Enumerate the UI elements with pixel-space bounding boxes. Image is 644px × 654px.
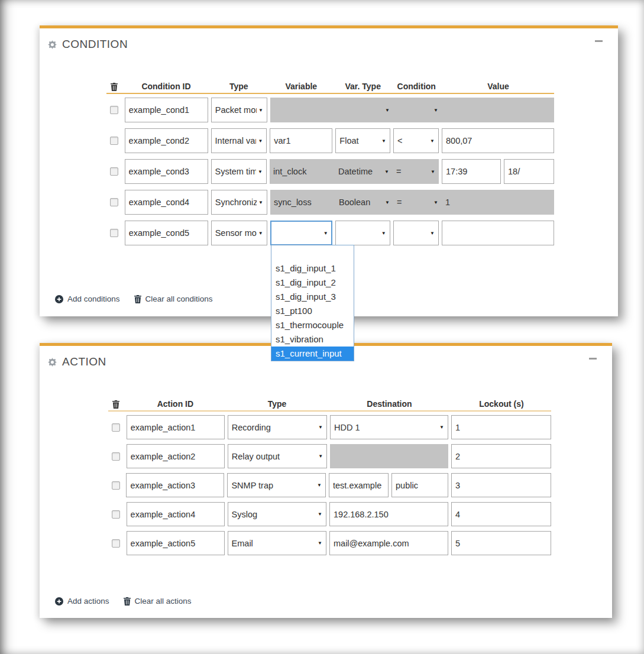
action-type-select[interactable]: Email ▼ — [228, 531, 326, 555]
row-select-checkbox[interactable] — [110, 167, 118, 176]
lockout-input[interactable] — [451, 473, 551, 497]
row-select-checkbox[interactable] — [110, 229, 118, 237]
condition-type-select[interactable]: Synchronization ▼ — [211, 190, 267, 215]
condition-collapse-button[interactable] — [595, 40, 603, 42]
lockout-input[interactable] — [451, 531, 551, 555]
chevron-down-icon: ▼ — [433, 200, 438, 205]
dropdown-option[interactable]: s1_dig_input_2 — [271, 276, 354, 290]
row-select-checkbox[interactable] — [112, 481, 120, 490]
condition-header: Condition — [393, 82, 439, 91]
row-select-checkbox[interactable] — [112, 510, 120, 519]
chevron-down-icon: ▼ — [385, 200, 390, 205]
chevron-down-icon: ▼ — [323, 231, 328, 236]
chevron-down-icon: ▼ — [384, 169, 389, 174]
action-row: SNMP trap ▼ — [108, 473, 551, 497]
lockout-input[interactable] — [451, 444, 551, 468]
destination-input[interactable] — [329, 531, 448, 555]
condition-operator-select[interactable]: ▼ — [393, 221, 439, 245]
disabled-region: int_clock Datetime▼ =▼ — [270, 159, 439, 184]
action-type-select[interactable]: Syslog ▼ — [228, 502, 326, 526]
action-id-input[interactable] — [126, 473, 224, 497]
row-select-checkbox[interactable] — [110, 137, 118, 145]
action-id-input[interactable] — [127, 531, 225, 555]
disabled-region: ▼ ▼ — [270, 98, 554, 122]
dropdown-option[interactable]: s1_vibration — [271, 332, 354, 347]
condition-id-header: Condition ID — [125, 82, 208, 91]
row-select-checkbox[interactable] — [112, 539, 120, 548]
action-type-select[interactable]: Relay output ▼ — [228, 444, 327, 468]
condition-type-select[interactable]: Packet monitor ▼ — [211, 98, 267, 122]
action-type-select[interactable]: SNMP trap ▼ — [227, 473, 326, 497]
add-actions-button[interactable]: Add actions — [55, 597, 109, 606]
chevron-down-icon: ▼ — [318, 540, 322, 546]
condition-type-select[interactable]: System time ▼ — [211, 159, 267, 184]
value-input[interactable] — [442, 221, 554, 245]
variable-input[interactable] — [270, 128, 332, 153]
destination-select[interactable]: HDD 1 ▼ — [330, 415, 448, 439]
plus-circle-icon — [55, 295, 63, 303]
add-conditions-button[interactable]: Add conditions — [55, 294, 120, 303]
action-type-select[interactable]: Recording ▼ — [228, 415, 327, 439]
chevron-down-icon: ▼ — [258, 231, 263, 236]
chevron-down-icon: ▼ — [381, 138, 386, 144]
lockout-input[interactable] — [451, 502, 551, 526]
condition-id-input[interactable] — [125, 221, 208, 245]
action-table: Action ID Type Destination Lockout (s) R… — [108, 393, 551, 560]
lockout-input[interactable] — [451, 415, 551, 439]
clear-all-actions-button[interactable]: Clear all actions — [124, 597, 192, 606]
condition-id-input[interactable] — [125, 159, 208, 184]
condition-id-input[interactable] — [125, 190, 208, 215]
lockout-header: Lockout (s) — [452, 399, 551, 409]
chevron-down-icon: ▼ — [439, 425, 444, 430]
chevron-down-icon: ▼ — [258, 169, 263, 174]
variable-select-open[interactable]: ▼ — [270, 221, 332, 245]
chevron-down-icon: ▼ — [317, 483, 322, 488]
var-type-select[interactable]: ▼ — [335, 221, 390, 245]
destination-host-input[interactable] — [329, 473, 389, 497]
disabled-var-type-select: ▼ — [335, 108, 393, 113]
row-select-checkbox[interactable] — [112, 452, 120, 461]
action-table-header: Action ID Type Destination Lockout (s) — [108, 393, 551, 412]
action-row: Recording ▼ HDD 1 ▼ — [108, 415, 551, 439]
value-date-input[interactable] — [504, 159, 554, 184]
disabled-var-type-select: Boolean▼ — [335, 198, 393, 207]
var-type-header: Var. Type — [335, 82, 390, 91]
row-select-checkbox[interactable] — [110, 198, 118, 206]
row-select-checkbox[interactable] — [110, 106, 118, 114]
action-collapse-button[interactable] — [589, 358, 597, 360]
chevron-down-icon: ▼ — [381, 231, 386, 236]
action-id-input[interactable] — [127, 415, 225, 439]
condition-id-input[interactable] — [125, 98, 208, 122]
action-id-input[interactable] — [127, 444, 225, 468]
clear-all-conditions-button[interactable]: Clear all conditions — [134, 294, 213, 303]
destination-community-input[interactable] — [391, 473, 448, 497]
condition-id-input[interactable] — [125, 128, 208, 153]
action-panel-title: ACTION — [62, 355, 106, 368]
condition-panel: CONDITION Condition ID Type Variable Var… — [40, 25, 618, 316]
delete-column-header — [106, 83, 122, 91]
condition-type-select[interactable]: Internal variable ▼ — [211, 128, 267, 153]
destination-input[interactable] — [329, 502, 448, 526]
action-id-input[interactable] — [127, 502, 225, 526]
condition-footer: Add conditions Clear all conditions — [55, 294, 213, 303]
condition-row: Synchronization ▼ sync_loss Boolean▼ =▼ … — [106, 190, 554, 215]
action-panel-titlebar: ACTION — [48, 355, 106, 368]
disabled-condition-select: =▼ — [393, 198, 442, 207]
disabled-condition-select: =▼ — [393, 167, 439, 176]
row-select-checkbox[interactable] — [112, 423, 120, 432]
dropdown-option[interactable]: s1_pt100 — [271, 304, 354, 318]
dropdown-option[interactable]: s1_thermocouple — [271, 318, 354, 332]
gear-icon — [48, 40, 57, 49]
value-input[interactable] — [442, 128, 554, 153]
dropdown-option-selected[interactable]: s1_current_input — [271, 347, 354, 361]
var-type-select[interactable]: Float ▼ — [335, 128, 390, 153]
variable-header: Variable — [270, 82, 332, 91]
condition-type-select[interactable]: Sensor monitor ▼ — [211, 221, 267, 245]
action-panel: ACTION Action ID Type Destination Lockou… — [40, 343, 612, 618]
dropdown-option[interactable]: s1_dig_input_1 — [271, 261, 354, 276]
disabled-var-type-select: Datetime▼ — [335, 167, 393, 176]
dropdown-option[interactable]: s1_dig_input_3 — [271, 290, 354, 304]
condition-panel-titlebar: CONDITION — [48, 38, 128, 51]
value-time-input[interactable] — [442, 159, 501, 184]
condition-operator-select[interactable]: < ▼ — [393, 128, 439, 153]
